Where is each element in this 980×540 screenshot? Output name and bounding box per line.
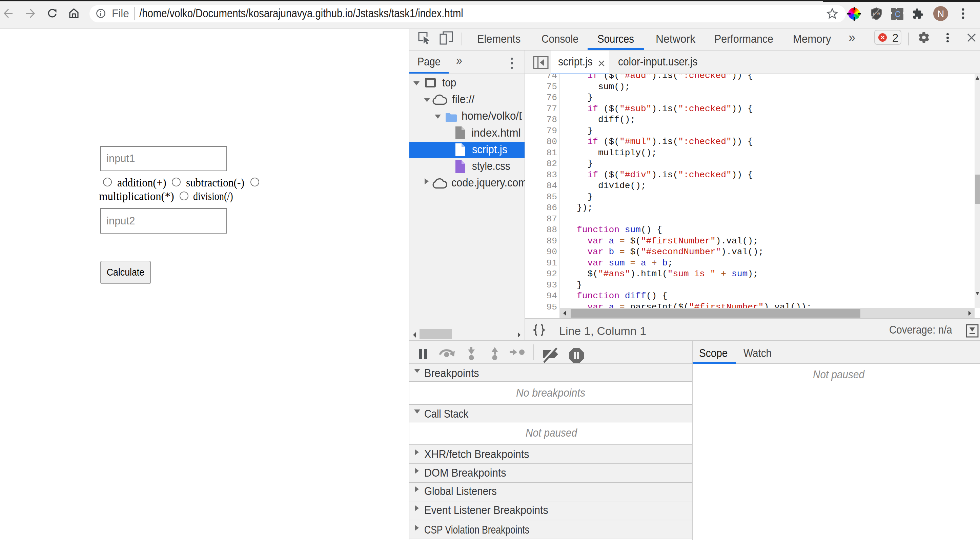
svg-text:N: N bbox=[937, 8, 944, 19]
svg-text:C: C bbox=[895, 10, 901, 19]
